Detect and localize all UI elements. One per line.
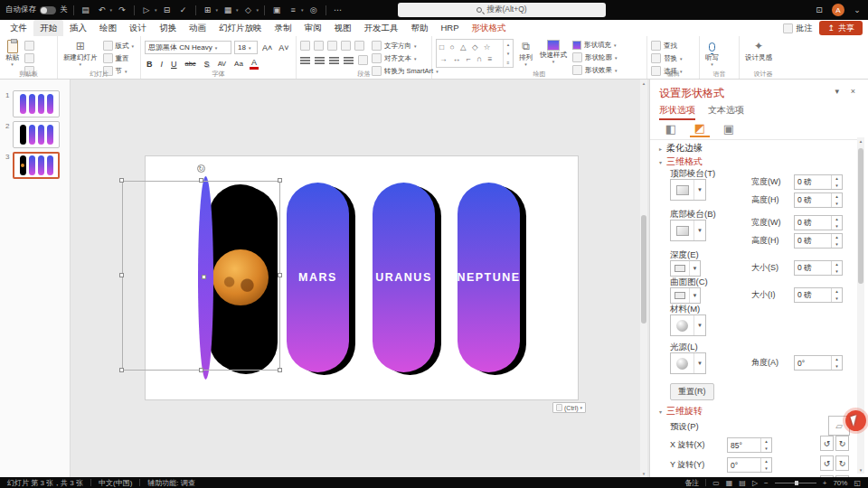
tab-file[interactable]: 文件	[4, 20, 33, 36]
save-icon[interactable]: ▤	[80, 4, 92, 16]
slide-indicator[interactable]: 幻灯片 第 3 张，共 3 张	[7, 478, 83, 488]
paste-button[interactable]: 粘贴 ▾	[4, 39, 21, 68]
text-shadow-button[interactable]: S	[203, 60, 212, 69]
paste-options-button[interactable]: (Ctrl) ▾	[552, 402, 586, 413]
material-dropdown[interactable]: ▼	[670, 314, 706, 336]
bold-button[interactable]: B	[145, 60, 155, 69]
soft-edges-section[interactable]: ▸ 柔化边缘	[659, 142, 703, 155]
decrease-indent-icon[interactable]	[327, 41, 337, 51]
copy-icon[interactable]	[24, 53, 34, 63]
spinner[interactable]: ▴▾	[831, 288, 842, 302]
increase-indent-icon[interactable]	[341, 41, 351, 51]
panel-options-caret-icon[interactable]: ▾	[835, 87, 839, 96]
neptune-pill-shape[interactable]: NEPTUNE	[458, 183, 520, 372]
shape-outline-button[interactable]: 形状轮廓▾	[572, 52, 618, 62]
zoom-out-icon[interactable]: −	[764, 479, 769, 487]
table-caret-icon[interactable]: ▾	[236, 7, 239, 13]
rotate-3d-section-header[interactable]: ▾ 三维旋转	[659, 405, 703, 418]
x-rotation-input[interactable]: 85°▴▾	[727, 437, 772, 453]
tab-addin[interactable]: HRP	[435, 20, 466, 36]
slide-thumbnail-1[interactable]	[13, 90, 60, 117]
scroll-down-icon[interactable]: ▾	[643, 471, 646, 476]
language-indicator[interactable]: 中文(中国)	[99, 478, 132, 488]
search-box[interactable]: 搜索(Alt+Q)	[398, 3, 606, 17]
tab-transitions[interactable]: 切换	[153, 20, 183, 36]
notes-button[interactable]: 备注	[684, 478, 699, 488]
designer-button[interactable]: ✦ 设计灵感	[743, 39, 774, 62]
tab-insert[interactable]: 插入	[63, 20, 93, 36]
change-case-button[interactable]: Aa	[232, 60, 245, 68]
spinner[interactable]: ▴▾	[831, 234, 842, 248]
layout-button[interactable]: 版式▾	[103, 41, 135, 51]
quick-styles-button[interactable]: 快速样式▾	[538, 39, 569, 65]
slideshow-view-icon[interactable]: ▷	[752, 479, 758, 487]
justify-icon[interactable]	[344, 57, 354, 64]
resize-handle-sw[interactable]	[119, 368, 124, 372]
tab-animations[interactable]: 动画	[183, 20, 212, 36]
y-rotate-up-icon[interactable]: ↺	[820, 455, 834, 471]
arrange-button[interactable]: ⧉ 排列▾	[517, 39, 534, 68]
align-caret-icon[interactable]: ▾	[301, 7, 304, 13]
zoom-slider-knob[interactable]	[795, 481, 798, 485]
contour-size-input[interactable]: 0 磅▴▾	[794, 287, 843, 303]
panel-close-icon[interactable]: ×	[851, 87, 855, 96]
tab-shape-format[interactable]: 形状格式	[466, 20, 513, 36]
format-3d-section-header[interactable]: ▾ 三维格式	[659, 155, 703, 168]
y-rotate-down-icon[interactable]: ↻	[835, 455, 849, 471]
bottom-bevel-height-input[interactable]: 0 磅▴▾	[794, 233, 843, 249]
lighting-dropdown[interactable]: ▼	[670, 352, 706, 374]
shapes-gallery-scroll[interactable]: ▴▾≡	[503, 40, 513, 67]
resize-handle-e[interactable]	[278, 273, 282, 277]
tab-text-options[interactable]: 文本选项	[708, 104, 744, 120]
grow-font-button[interactable]: A˄	[260, 43, 274, 52]
resize-handle-n[interactable]	[199, 178, 203, 183]
spelling-icon[interactable]: ✓	[177, 4, 190, 16]
italic-button[interactable]: I	[159, 60, 165, 69]
grid-icon[interactable]: ⊞	[202, 4, 214, 16]
character-spacing-button[interactable]: AV	[216, 60, 228, 68]
redo-icon[interactable]: ↷	[116, 4, 128, 16]
spinner[interactable]: ▴▾	[831, 261, 842, 275]
shape-fill-button[interactable]: 形状填充▾	[572, 41, 618, 50]
depth-size-input[interactable]: 0 磅▴▾	[794, 260, 843, 276]
font-color-button[interactable]: A	[250, 58, 259, 70]
canvas-scrollbar-thumb[interactable]	[641, 215, 646, 324]
reset-slide-button[interactable]: 重置	[103, 53, 135, 63]
slide-thumbnail-3-selected[interactable]	[13, 152, 60, 179]
scroll-down-icon[interactable]: ▾	[860, 467, 863, 473]
font-name-select[interactable]: 思源黑体 CN Heavy▾	[145, 41, 231, 54]
tab-design[interactable]: 设计	[123, 20, 153, 36]
shapes-gallery[interactable]: □ ○ △ ◇ ☆ → ↔ ⌐ ∩ ≡ ▴▾≡	[436, 39, 514, 68]
spinner[interactable]: ▴▾	[831, 193, 842, 207]
top-bevel-dropdown[interactable]: ▼	[670, 179, 706, 201]
slideshow-caret-icon[interactable]: ▾	[155, 7, 157, 13]
strikethrough-button[interactable]: abc	[184, 60, 198, 68]
zoom-in-icon[interactable]: +	[823, 479, 827, 487]
rotation-handle[interactable]: ↻	[197, 164, 205, 173]
tab-slideshow[interactable]: 幻灯片放映	[212, 20, 269, 36]
mars-pill-shape[interactable]: MARS	[287, 183, 349, 372]
picture-icon[interactable]: ▣	[270, 4, 283, 16]
text-direction-button[interactable]: 文字方向▾	[372, 41, 439, 51]
slideshow-icon[interactable]: ▷	[140, 4, 153, 16]
fill-line-icon[interactable]: ◧	[661, 119, 681, 137]
accessibility-indicator[interactable]: 辅助功能: 调查	[147, 478, 194, 488]
spinner[interactable]: ▴▾	[760, 438, 771, 452]
numbering-icon[interactable]	[314, 41, 324, 51]
zoom-slider[interactable]	[775, 483, 816, 483]
comments-button[interactable]: 批注	[783, 23, 812, 34]
top-bevel-width-input[interactable]: 0 磅▴▾	[794, 174, 843, 190]
spinner[interactable]: ▴▾	[760, 458, 771, 472]
shape-center-handle[interactable]	[202, 275, 206, 279]
lighting-angle-input[interactable]: 0°▴▾	[794, 355, 843, 371]
resize-handle-nw[interactable]	[119, 178, 124, 183]
tab-review[interactable]: 审阅	[298, 20, 328, 36]
autosave-toggle[interactable]	[40, 6, 56, 14]
undo-icon[interactable]: ↶	[96, 4, 108, 16]
resize-handle-s[interactable]	[199, 368, 203, 372]
columns-icon[interactable]	[358, 55, 368, 65]
underline-button[interactable]: U	[169, 60, 179, 69]
dictate-button[interactable]: 听写▾	[703, 39, 721, 68]
notifications-icon[interactable]: ⊡	[813, 4, 826, 16]
replace-button[interactable]: 替换▾	[651, 53, 683, 63]
